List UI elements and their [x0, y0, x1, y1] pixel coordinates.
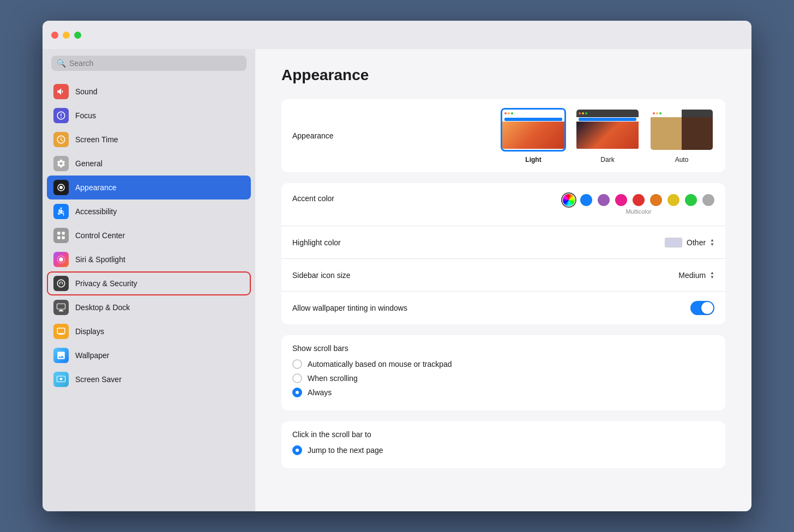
scroll-always-label: Always	[308, 388, 332, 397]
general-icon	[53, 156, 69, 171]
appearance-preview-dark	[575, 108, 640, 152]
dot-red-dark	[579, 112, 581, 114]
preview-bar-dark	[579, 118, 636, 121]
wallpaper-icon	[53, 348, 69, 363]
traffic-lights	[51, 32, 81, 39]
accent-dot-orange[interactable]	[650, 194, 662, 206]
scroll-scrolling-label: When scrolling	[308, 374, 358, 383]
search-input[interactable]	[69, 59, 241, 68]
sidebar-item-privacy-label: Privacy & Security	[75, 279, 137, 288]
scroll-always-radio[interactable]	[292, 388, 302, 397]
jump-page-radio[interactable]	[292, 445, 302, 455]
screentime-icon	[53, 132, 69, 147]
jump-page-label: Jump to the next page	[308, 446, 383, 455]
stepper-down-icon-2: ▼	[710, 275, 714, 280]
sound-icon	[53, 84, 69, 99]
scroll-auto-option[interactable]: Automatically based on mouse or trackpad	[292, 359, 714, 369]
svg-rect-6	[62, 237, 65, 239]
displays-icon	[53, 324, 69, 339]
sidebar-item-general[interactable]: General	[47, 152, 251, 176]
panel-title: Appearance	[281, 66, 725, 84]
sidebar-item-screentime[interactable]: Screen Time	[47, 128, 251, 152]
appearance-setting-label: Appearance	[292, 131, 501, 140]
accent-color-control: Multicolor	[563, 194, 714, 215]
jump-page-option[interactable]: Jump to the next page	[292, 445, 714, 455]
sidebar-item-siri-label: Siri & Spotlight	[75, 255, 125, 264]
colors-card: Accent color	[281, 183, 725, 324]
accessibility-icon	[53, 204, 69, 219]
accent-dot-purple[interactable]	[598, 194, 610, 206]
sidebar-item-accessibility-label: Accessibility	[75, 207, 117, 216]
close-button[interactable]	[51, 32, 58, 39]
appearance-preview-auto	[649, 108, 714, 152]
main-panel: Appearance Appearance	[255, 49, 751, 511]
wallpaper-tinting-label: Allow wallpaper tinting in windows	[292, 304, 690, 312]
auto-dot-g	[659, 112, 661, 114]
sidebar-item-screentime-label: Screen Time	[75, 135, 118, 144]
sidebar-icon-size-control[interactable]: Medium ▲ ▼	[678, 271, 714, 280]
scroll-auto-radio[interactable]	[292, 359, 302, 369]
dot-yellow	[508, 112, 510, 114]
scroll-scrolling-option[interactable]: When scrolling	[292, 373, 714, 383]
sidebar-item-appearance-label: Appearance	[75, 183, 117, 192]
search-bar[interactable]: 🔍	[51, 56, 246, 71]
accent-dot-pink[interactable]	[615, 194, 627, 206]
auto-left	[651, 110, 682, 150]
scroll-auto-label: Automatically based on mouse or trackpad	[308, 360, 452, 368]
scroll-bars-card: Show scroll bars Automatically based on …	[281, 335, 725, 410]
auto-split	[651, 110, 713, 150]
appearance-option-auto[interactable]: Auto	[649, 108, 714, 164]
maximize-button[interactable]	[74, 32, 81, 39]
sidebar-item-privacy[interactable]: Privacy & Security	[47, 271, 251, 295]
highlight-color-control[interactable]: Other ▲ ▼	[665, 238, 714, 247]
appearance-option-dark[interactable]: Dark	[575, 108, 640, 164]
dark-label: Dark	[600, 156, 614, 164]
sidebar-size-stepper[interactable]: ▲ ▼	[710, 271, 714, 280]
scroll-always-option[interactable]: Always	[292, 388, 714, 397]
wallpaper-tinting-control	[690, 301, 714, 315]
accent-selected-label: Multicolor	[625, 208, 651, 215]
accent-dot-red[interactable]	[633, 194, 645, 206]
desktop-icon	[53, 300, 69, 315]
sidebar-item-wallpaper-label: Wallpaper	[75, 351, 110, 360]
sidebar-item-sound[interactable]: Sound	[47, 80, 251, 104]
appearance-option-light[interactable]: Light	[501, 108, 566, 164]
stepper-down-icon: ▼	[710, 243, 714, 247]
wallpaper-tinting-toggle[interactable]	[690, 301, 714, 315]
accent-colors-group: Multicolor	[563, 194, 714, 215]
light-bg	[502, 122, 564, 149]
sidebar-item-controlcenter[interactable]: Control Center	[47, 223, 251, 247]
sidebar-item-screensaver[interactable]: Screen Saver	[47, 367, 251, 391]
scroll-bars-section: Show scroll bars Automatically based on …	[281, 335, 725, 410]
minimize-button[interactable]	[63, 32, 70, 39]
accent-dot-graphite[interactable]	[702, 194, 714, 206]
highlight-stepper[interactable]: ▲ ▼	[710, 238, 714, 247]
sidebar-item-focus[interactable]: Focus	[47, 104, 251, 128]
svg-rect-5	[62, 232, 65, 234]
menubar-dark	[576, 110, 639, 117]
svg-point-7	[59, 257, 63, 262]
scroll-scrolling-radio[interactable]	[292, 373, 302, 383]
click-scroll-section: Click in the scroll bar to Jump to the n…	[281, 421, 725, 468]
accent-dot-green[interactable]	[685, 194, 697, 206]
svg-rect-11	[59, 311, 64, 311]
appearance-card: Appearance	[281, 99, 725, 172]
accent-dot-blue[interactable]	[580, 194, 592, 206]
accent-dot-multicolor[interactable]	[563, 194, 575, 206]
sidebar-icon-size-label: Sidebar icon size	[292, 271, 678, 280]
scroll-bars-label: Show scroll bars	[292, 344, 714, 353]
sidebar-item-controlcenter-label: Control Center	[75, 231, 125, 240]
sidebar-item-wallpaper[interactable]: Wallpaper	[47, 343, 251, 367]
sidebar-item-displays[interactable]: Displays	[47, 319, 251, 343]
sidebar-item-accessibility[interactable]: Accessibility	[47, 200, 251, 223]
svg-rect-9	[57, 304, 65, 309]
sidebar-item-siri[interactable]: Siri & Spotlight	[47, 247, 251, 271]
sidebar-item-appearance[interactable]: Appearance	[47, 176, 251, 200]
sidebar-item-desktop[interactable]: Desktop & Dock	[47, 295, 251, 319]
sidebar-item-screensaver-label: Screen Saver	[75, 375, 122, 384]
siri-icon	[53, 252, 69, 267]
auto-right	[682, 110, 713, 150]
auto-dot-y	[656, 112, 658, 114]
sidebar-item-general-label: General	[75, 159, 103, 168]
accent-dot-yellow[interactable]	[667, 194, 679, 206]
